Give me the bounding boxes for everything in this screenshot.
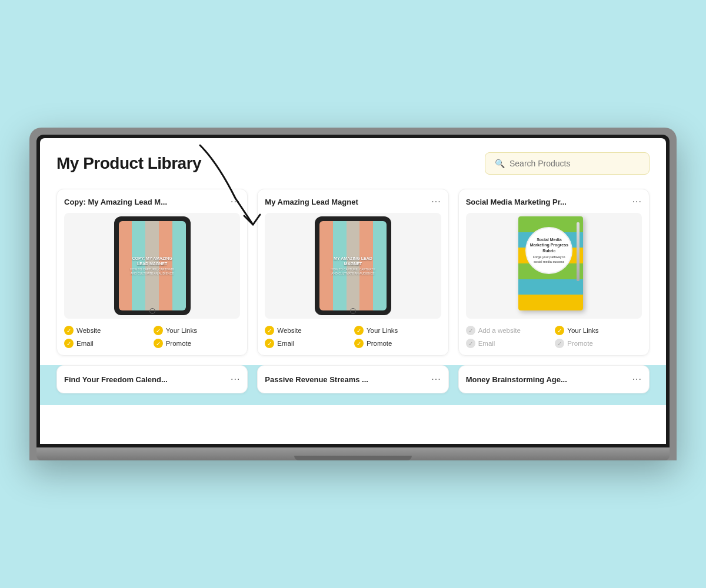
action-email[interactable]: ✓ Email bbox=[265, 339, 352, 348]
tablet-screen: COPY: MY AMAZING LEAD MAGNET How to Capt… bbox=[119, 221, 186, 310]
action-your-links[interactable]: ✓ Your Links bbox=[354, 326, 441, 335]
screen-content: My Product Library 🔍 Copy: My Amazing Le… bbox=[40, 138, 666, 444]
action-icon-website: ✓ bbox=[64, 326, 74, 335]
action-icon-email: ✓ bbox=[265, 339, 274, 348]
product-thumbnail: COPY: MY AMAZING LEAD MAGNET How to Capt… bbox=[64, 213, 240, 319]
action-icon-website: ✓ bbox=[466, 326, 475, 335]
cover-text: MY AMAZING LEAD MAGNET How to Capture, C… bbox=[329, 256, 377, 275]
action-icon-website: ✓ bbox=[265, 326, 274, 335]
product-menu-button[interactable]: ··· bbox=[431, 374, 441, 385]
cover-text: COPY: MY AMAZING LEAD MAGNET How to Capt… bbox=[129, 256, 176, 275]
tablet-home-button bbox=[149, 308, 155, 314]
action-label-email: Email bbox=[478, 340, 495, 347]
action-your-links[interactable]: ✓ Your Links bbox=[555, 326, 642, 335]
action-icon-promote: ✓ bbox=[555, 339, 564, 348]
bottom-product-header: Find Your Freedom Calend... ··· bbox=[64, 374, 240, 385]
bottom-product-name: Passive Revenue Streams ... bbox=[265, 375, 368, 384]
product-actions: ✓ Website ✓ Your Links ✓ Email bbox=[265, 326, 441, 348]
product-thumbnail: Social Media Marketing Progress Rubric F… bbox=[466, 213, 642, 319]
product-card-header: Social Media Marketing Pr... ··· bbox=[466, 196, 642, 207]
scene: My Product Library 🔍 Copy: My Amazing Le… bbox=[29, 128, 677, 460]
action-your-links[interactable]: ✓ Your Links bbox=[154, 326, 241, 335]
product-menu-button[interactable]: ··· bbox=[632, 196, 642, 207]
bottom-product-name: Money Brainstorming Age... bbox=[466, 375, 567, 384]
action-label-links: Your Links bbox=[567, 327, 598, 334]
search-icon: 🔍 bbox=[495, 159, 505, 168]
action-promote[interactable]: ✓ Promote bbox=[154, 339, 241, 348]
laptop-shell: My Product Library 🔍 Copy: My Amazing Le… bbox=[29, 128, 677, 460]
laptop-base bbox=[36, 447, 670, 460]
action-add-website[interactable]: ✓ Add a website bbox=[466, 326, 553, 335]
product-menu-button[interactable]: ··· bbox=[231, 196, 240, 207]
bottom-product-grid: Find Your Freedom Calend... ··· Passive … bbox=[56, 365, 650, 393]
action-label-website: Add a website bbox=[478, 327, 521, 334]
page-title: My Product Library bbox=[56, 154, 201, 173]
product-menu-button[interactable]: ··· bbox=[632, 374, 642, 385]
action-icon-email: ✓ bbox=[64, 339, 74, 348]
action-icon-email: ✓ bbox=[466, 339, 475, 348]
action-email[interactable]: ✓ Email bbox=[64, 339, 151, 348]
product-grid: Copy: My Amazing Lead M... ··· bbox=[56, 189, 650, 365]
tablet-screen: MY AMAZING LEAD MAGNET How to Capture, C… bbox=[319, 221, 387, 310]
bottom-product-card-2: Passive Revenue Streams ... ··· bbox=[257, 365, 448, 393]
action-label-email: Email bbox=[76, 340, 94, 347]
bottom-product-header: Passive Revenue Streams ... ··· bbox=[265, 374, 441, 385]
action-icon-links: ✓ bbox=[354, 326, 364, 335]
product-thumbnail: MY AMAZING LEAD MAGNET How to Capture, C… bbox=[265, 213, 441, 319]
action-promote[interactable]: ✓ Promote bbox=[555, 339, 642, 348]
product-menu-button[interactable]: ··· bbox=[231, 374, 240, 385]
action-icon-promote: ✓ bbox=[354, 339, 364, 348]
action-website[interactable]: ✓ Website bbox=[64, 326, 151, 335]
action-label-links: Your Links bbox=[166, 327, 197, 334]
product-menu-button[interactable]: ··· bbox=[431, 196, 441, 207]
bottom-product-name: Find Your Freedom Calend... bbox=[64, 375, 168, 384]
action-label-email: Email bbox=[277, 340, 294, 347]
search-input[interactable] bbox=[509, 159, 640, 168]
tablet-mockup: COPY: MY AMAZING LEAD MAGNET How to Capt… bbox=[114, 216, 191, 315]
product-card-social-media: Social Media Marketing Pr... ··· bbox=[458, 189, 650, 356]
product-name: Copy: My Amazing Lead M... bbox=[64, 198, 167, 206]
action-icon-links: ✓ bbox=[154, 326, 163, 335]
action-label-promote: Promote bbox=[567, 340, 592, 347]
action-website[interactable]: ✓ Website bbox=[265, 326, 352, 335]
action-label-website: Website bbox=[76, 327, 101, 334]
app-container: My Product Library 🔍 Copy: My Amazing Le… bbox=[40, 138, 666, 405]
tablet-home-button bbox=[350, 308, 356, 314]
tablet-mockup: MY AMAZING LEAD MAGNET How to Capture, C… bbox=[315, 216, 391, 315]
product-actions: ✓ Website ✓ Your Links ✓ Email bbox=[64, 326, 240, 348]
bottom-product-card-1: Find Your Freedom Calend... ··· bbox=[56, 365, 248, 393]
product-card-header: Copy: My Amazing Lead M... ··· bbox=[64, 196, 240, 207]
action-label-promote: Promote bbox=[166, 340, 191, 347]
action-label-website: Website bbox=[277, 327, 301, 334]
action-promote[interactable]: ✓ Promote bbox=[354, 339, 441, 348]
action-icon-promote: ✓ bbox=[154, 339, 163, 348]
bottom-product-card-3: Money Brainstorming Age... ··· bbox=[458, 365, 650, 393]
product-name: My Amazing Lead Magnet bbox=[265, 198, 358, 206]
product-actions: ✓ Add a website ✓ Your Links ✓ Email bbox=[466, 326, 642, 348]
action-label-promote: Promote bbox=[367, 340, 392, 347]
screen-bezel: My Product Library 🔍 Copy: My Amazing Le… bbox=[36, 135, 670, 447]
action-icon-links: ✓ bbox=[555, 326, 564, 335]
product-card-copy-lead-magnet: Copy: My Amazing Lead M... ··· bbox=[56, 189, 248, 356]
header-row: My Product Library 🔍 bbox=[56, 152, 650, 175]
search-box[interactable]: 🔍 bbox=[485, 152, 650, 175]
action-email[interactable]: ✓ Email bbox=[466, 339, 553, 348]
book-cover: Social Media Marketing Progress Rubric F… bbox=[518, 216, 589, 315]
action-label-links: Your Links bbox=[367, 327, 398, 334]
product-name: Social Media Marketing Pr... bbox=[466, 198, 567, 206]
product-card-lead-magnet: My Amazing Lead Magnet ··· bbox=[257, 189, 448, 356]
product-card-header: My Amazing Lead Magnet ··· bbox=[265, 196, 441, 207]
bottom-product-header: Money Brainstorming Age... ··· bbox=[466, 374, 642, 385]
